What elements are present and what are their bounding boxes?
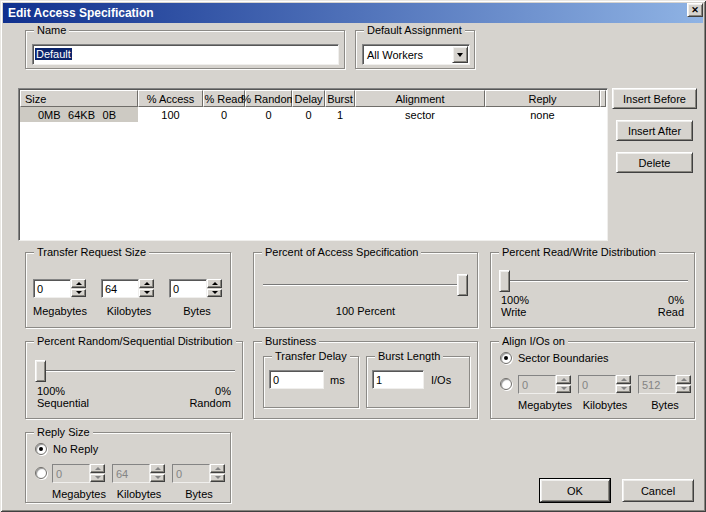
spin-down-button[interactable]: [676, 385, 691, 394]
triangle-up-icon: [155, 467, 161, 470]
custom-reply-radio[interactable]: [35, 467, 47, 479]
slider-thumb[interactable]: [457, 274, 468, 296]
spin-up-button[interactable]: [71, 279, 86, 288]
reply-kilobytes-label: Kilobytes: [109, 488, 169, 500]
slider-thumb[interactable]: [499, 270, 510, 292]
burst-length-input[interactable]: 1: [372, 370, 424, 389]
trs-bytes-input[interactable]: 0: [169, 279, 207, 298]
reply-bytes-spinner[interactable]: 0: [172, 464, 225, 483]
spin-up-button[interactable]: [150, 464, 165, 473]
column-header-reply[interactable]: Reply: [485, 90, 600, 107]
no-reply-radio[interactable]: No Reply: [35, 443, 98, 455]
spinner-buttons: [90, 464, 105, 483]
table-row[interactable]: 0MB 64KB 0B 100 0 0 0 1 sector none: [20, 107, 606, 122]
triangle-up-icon: [681, 378, 687, 381]
delete-button[interactable]: Delete: [616, 152, 693, 173]
radio-checked-icon: [500, 352, 512, 364]
close-button[interactable]: ✕: [687, 3, 703, 17]
insert-before-button[interactable]: Insert Before: [612, 88, 697, 109]
reply-megabytes-spinner[interactable]: 0: [52, 464, 105, 483]
transfer-delay-input[interactable]: 0: [269, 370, 324, 389]
combobox-dropdown-button[interactable]: [452, 46, 468, 63]
write-label: Write: [501, 306, 526, 318]
spinner-buttons: [556, 375, 571, 394]
reply-bytes-label: Bytes: [169, 488, 229, 500]
reply-bytes-input[interactable]: 0: [172, 464, 210, 483]
spin-up-button[interactable]: [676, 375, 691, 384]
cell-alignment: sector: [355, 109, 485, 121]
spin-down-button[interactable]: [207, 289, 222, 298]
insert-after-button[interactable]: Insert After: [616, 120, 693, 141]
trs-bytes-spinner[interactable]: 0: [169, 279, 222, 298]
spin-up-button[interactable]: [616, 375, 631, 384]
spin-down-button[interactable]: [210, 474, 225, 483]
ok-button[interactable]: OK: [540, 479, 610, 502]
trs-bytes-label: Bytes: [167, 305, 227, 317]
align-ios-group: Align I/Os on Sector Boundaries 0 0 512: [490, 341, 695, 419]
cell-delay: 0: [292, 109, 325, 121]
align-kilobytes-spinner[interactable]: 0: [578, 375, 631, 394]
default-assignment-combobox[interactable]: All Workers: [362, 44, 470, 65]
cell-reply: none: [485, 109, 600, 121]
spin-down-button[interactable]: [616, 385, 631, 394]
custom-alignment-radio[interactable]: [500, 378, 512, 390]
window-title: Edit Access Specification: [3, 6, 154, 20]
spin-up-button[interactable]: [207, 279, 222, 288]
access-spec-table[interactable]: Size % Access % Read % Random Delay Burs…: [18, 88, 608, 241]
align-megabytes-spinner[interactable]: 0: [518, 375, 571, 394]
spin-down-button[interactable]: [556, 385, 571, 394]
align-bytes-spinner[interactable]: 512: [638, 375, 691, 394]
column-header-random[interactable]: % Random: [245, 90, 292, 107]
name-input[interactable]: Default: [32, 44, 339, 65]
column-header-delay[interactable]: Delay: [292, 90, 325, 107]
column-header-read[interactable]: % Read: [203, 90, 245, 107]
spin-up-button[interactable]: [556, 375, 571, 384]
spin-up-button[interactable]: [90, 464, 105, 473]
reply-kilobytes-spinner[interactable]: 64: [112, 464, 165, 483]
spin-down-button[interactable]: [90, 474, 105, 483]
reply-size-label: Reply Size: [34, 426, 93, 439]
cancel-button[interactable]: Cancel: [622, 479, 694, 502]
column-header-alignment[interactable]: Alignment: [355, 90, 485, 107]
transfer-delay-group: Transfer Delay 0 ms: [263, 356, 359, 408]
trs-kilobytes-input[interactable]: 64: [101, 279, 139, 298]
burstiness-label: Burstiness: [262, 335, 319, 348]
trs-megabytes-input[interactable]: 0: [33, 279, 71, 298]
spin-up-button[interactable]: [210, 464, 225, 473]
triangle-up-icon: [215, 467, 221, 470]
read-label: Read: [658, 306, 684, 318]
random-sequential-slider[interactable]: [35, 360, 235, 382]
combobox-value: All Workers: [363, 49, 452, 61]
close-icon: ✕: [691, 6, 699, 15]
triangle-up-icon: [144, 282, 150, 285]
reply-megabytes-label: Megabytes: [49, 488, 109, 500]
column-header-size[interactable]: Size: [20, 90, 138, 107]
slider-thumb[interactable]: [35, 360, 46, 382]
column-header-burst[interactable]: Burst: [325, 90, 355, 107]
slider-track: [35, 370, 235, 372]
random-percent: 0%: [215, 385, 231, 397]
align-megabytes-input[interactable]: 0: [518, 375, 556, 394]
title-bar[interactable]: Edit Access Specification: [3, 3, 703, 23]
read-write-slider[interactable]: [499, 270, 688, 292]
align-bytes-input[interactable]: 512: [638, 375, 676, 394]
spin-down-button[interactable]: [150, 474, 165, 483]
percent-access-slider[interactable]: [263, 274, 468, 296]
reply-megabytes-input[interactable]: 0: [52, 464, 90, 483]
trs-megabytes-spinner[interactable]: 0: [33, 279, 86, 298]
spinner-buttons: [207, 279, 222, 298]
spin-down-button[interactable]: [71, 289, 86, 298]
align-ios-label: Align I/Os on: [499, 335, 568, 348]
reply-kilobytes-input[interactable]: 64: [112, 464, 150, 483]
trs-kilobytes-spinner[interactable]: 64: [101, 279, 154, 298]
align-kilobytes-input[interactable]: 0: [578, 375, 616, 394]
slider-track: [499, 280, 688, 282]
sector-boundaries-radio[interactable]: Sector Boundaries: [500, 352, 609, 364]
spin-up-button[interactable]: [139, 279, 154, 288]
column-header-access[interactable]: % Access: [138, 90, 203, 107]
triangle-down-icon: [76, 291, 82, 294]
spin-down-button[interactable]: [139, 289, 154, 298]
spinner-buttons: [616, 375, 631, 394]
spinner-buttons: [150, 464, 165, 483]
burst-length-group: Burst Length 1 I/Os: [366, 356, 470, 408]
